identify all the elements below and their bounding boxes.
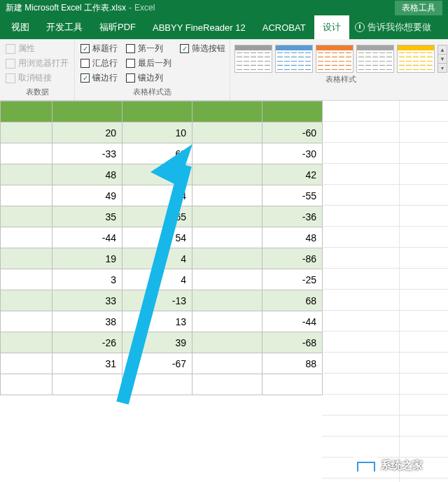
table-cell[interactable]: 49 (52, 185, 122, 206)
table-cell[interactable]: -25 (262, 269, 323, 290)
table-cell[interactable]: 63 (122, 143, 192, 164)
table-cell[interactable]: 42 (262, 164, 323, 185)
table-cell[interactable]: 20 (52, 122, 122, 143)
table-cell[interactable]: -13 (122, 290, 192, 311)
tab-design[interactable]: 设计 (314, 15, 349, 39)
table-row[interactable]: -3363-30 (1, 143, 323, 164)
table-cell[interactable]: 54 (122, 227, 192, 248)
table-row[interactable]: 34-25 (1, 269, 323, 290)
table-cell[interactable]: -44 (52, 227, 122, 248)
table-cell[interactable]: 31 (52, 353, 122, 374)
tab-view[interactable]: 视图 (3, 15, 38, 39)
chk-header-row[interactable]: 标题行 (79, 42, 119, 55)
table-cell[interactable]: -60 (262, 122, 323, 143)
table-cell[interactable] (1, 269, 52, 290)
table-row[interactable]: 3565-36 (1, 206, 323, 227)
table-cell[interactable]: -67 (122, 353, 192, 374)
table-cell[interactable] (192, 122, 262, 143)
table-header[interactable] (52, 101, 122, 122)
table-row[interactable]: 194-86 (1, 248, 323, 269)
chk-banded-cols[interactable]: 镶边列 (125, 71, 173, 85)
table-cell[interactable] (1, 206, 52, 227)
tab-dev[interactable]: 开发工具 (38, 15, 91, 39)
chk-filter-button[interactable]: 筛选按钮 (178, 42, 227, 55)
table-cell[interactable] (1, 227, 52, 248)
table-cell[interactable]: 65 (122, 206, 192, 227)
table-row[interactable]: -445448 (1, 227, 323, 248)
data-table[interactable]: 2010-60-3363-3048-27424924-553565-36-445… (0, 101, 323, 395)
table-cell[interactable]: 38 (52, 311, 122, 332)
table-cell[interactable] (52, 374, 122, 395)
tab-acrobat[interactable]: ACROBAT (254, 17, 314, 38)
table-cell[interactable] (192, 185, 262, 206)
table-cell[interactable] (1, 248, 52, 269)
table-cell[interactable]: -55 (262, 185, 323, 206)
tab-foxit[interactable]: 福昕PDF (91, 15, 144, 39)
table-row[interactable]: 33-1368 (1, 290, 323, 311)
table-cell[interactable] (192, 374, 262, 395)
table-header[interactable] (192, 101, 262, 122)
table-cell[interactable] (1, 122, 52, 143)
table-cell[interactable]: -68 (262, 332, 323, 353)
table-cell[interactable] (192, 164, 262, 185)
table-cell[interactable] (192, 248, 262, 269)
table-cell[interactable]: 48 (262, 227, 323, 248)
table-cell[interactable] (1, 185, 52, 206)
table-cell[interactable] (192, 143, 262, 164)
table-cell[interactable]: 33 (52, 290, 122, 311)
chk-last-col[interactable]: 最后一列 (125, 57, 173, 70)
table-cell[interactable]: 4 (122, 269, 192, 290)
style-swatch[interactable] (275, 45, 313, 73)
table-cell[interactable]: -30 (262, 143, 323, 164)
worksheet[interactable]: 2010-60-3363-3048-27424924-553565-36-445… (0, 101, 448, 482)
gallery-scroll[interactable]: ▲▼▾ (438, 45, 447, 73)
table-cell[interactable]: 88 (262, 353, 323, 374)
table-cell[interactable] (1, 164, 52, 185)
table-cell[interactable]: 4 (122, 248, 192, 269)
table-row[interactable]: 48-2742 (1, 164, 323, 185)
table-row[interactable]: 3813-44 (1, 311, 323, 332)
table-row[interactable]: 2010-60 (1, 122, 323, 143)
table-cell[interactable] (262, 374, 323, 395)
table-cell[interactable] (192, 227, 262, 248)
table-cell[interactable] (1, 332, 52, 353)
tab-abbyy[interactable]: ABBYY FineReader 12 (144, 17, 254, 38)
style-swatch[interactable] (356, 45, 394, 73)
chk-total-row[interactable]: 汇总行 (79, 57, 119, 70)
chk-banded-rows[interactable]: 镶边行 (79, 71, 119, 85)
table-cell[interactable]: 24 (122, 185, 192, 206)
table-cell[interactable]: 48 (52, 164, 122, 185)
table-row[interactable]: -2639-68 (1, 332, 323, 353)
table-cell[interactable] (1, 143, 52, 164)
table-cell[interactable]: 39 (122, 332, 192, 353)
table-cell[interactable] (192, 311, 262, 332)
table-header[interactable] (1, 101, 52, 122)
table-cell[interactable] (1, 290, 52, 311)
table-cell[interactable]: -27 (122, 164, 192, 185)
table-cell[interactable] (192, 353, 262, 374)
style-swatch[interactable] (234, 45, 272, 73)
chk-first-col[interactable]: 第一列 (125, 42, 173, 55)
table-row[interactable]: 4924-55 (1, 185, 323, 206)
table-row[interactable]: 31-6788 (1, 353, 323, 374)
table-header[interactable] (122, 101, 192, 122)
table-cell[interactable]: 68 (262, 290, 323, 311)
table-cell[interactable]: -86 (262, 248, 323, 269)
table-cell[interactable]: -33 (52, 143, 122, 164)
table-cell[interactable]: 3 (52, 269, 122, 290)
style-swatch[interactable] (316, 45, 354, 73)
empty-cells[interactable] (322, 101, 448, 482)
table-cell[interactable] (122, 374, 192, 395)
tell-me[interactable]: 告诉我你想要做 (349, 21, 437, 34)
table-cell[interactable]: 35 (52, 206, 122, 227)
style-swatch[interactable] (397, 45, 435, 73)
table-cell[interactable]: -44 (262, 311, 323, 332)
table-cell[interactable]: -26 (52, 332, 122, 353)
table-cell[interactable] (192, 206, 262, 227)
table-cell[interactable] (192, 332, 262, 353)
table-cell[interactable]: 10 (122, 122, 192, 143)
table-cell[interactable] (1, 353, 52, 374)
table-cell[interactable] (192, 269, 262, 290)
table-cell[interactable] (1, 311, 52, 332)
table-cell[interactable]: 19 (52, 248, 122, 269)
